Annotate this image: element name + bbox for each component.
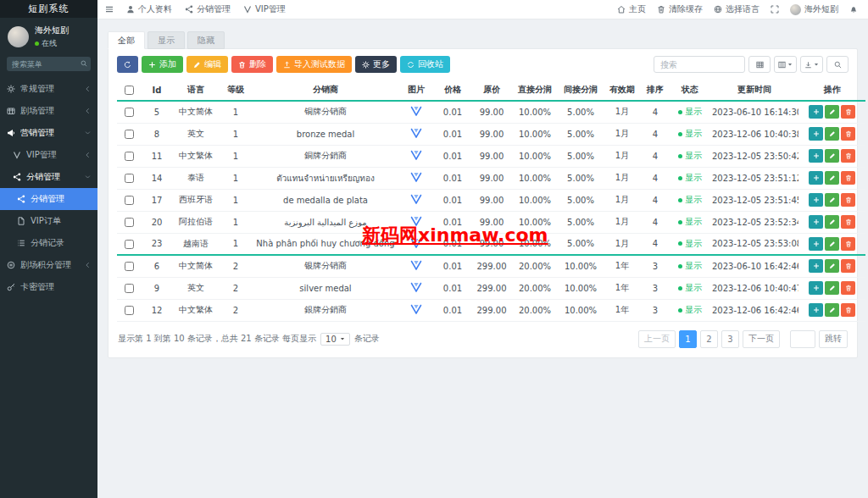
row-edit-button[interactable] (825, 171, 839, 185)
row-checkbox[interactable] (125, 130, 134, 139)
col-validity[interactable]: 有效期 (604, 80, 641, 101)
row-edit-button[interactable] (825, 105, 839, 119)
row-expand-button[interactable] (809, 303, 823, 317)
search-toggle-button[interactable] (826, 56, 849, 73)
row-delete-button[interactable] (841, 237, 855, 251)
vip-badge-image[interactable] (410, 304, 422, 314)
topbar-tab-distribution[interactable]: 分销管理 (185, 3, 231, 15)
row-edit-button[interactable] (825, 215, 839, 229)
topbar-user[interactable]: 海外短剧 (790, 3, 838, 15)
recycle-bin-button[interactable]: 回收站 (400, 56, 450, 73)
row-checkbox[interactable] (125, 262, 134, 271)
row-delete-button[interactable] (841, 281, 855, 295)
tab-all[interactable]: 全部 (108, 31, 145, 49)
row-checkbox[interactable] (125, 240, 134, 249)
row-delete-button[interactable] (841, 259, 855, 273)
sidebar-item-2[interactable]: 营销管理 (0, 122, 97, 144)
jump-button[interactable]: 跳转 (819, 330, 848, 348)
vip-badge-image[interactable] (410, 128, 422, 138)
tab-hidden[interactable]: 隐藏 (187, 31, 225, 49)
row-checkbox[interactable] (125, 306, 134, 315)
select-all-checkbox[interactable] (125, 86, 134, 95)
row-expand-button[interactable] (809, 105, 823, 119)
row-delete-button[interactable] (841, 215, 855, 229)
row-checkbox[interactable] (125, 152, 134, 161)
row-delete-button[interactable] (841, 193, 855, 207)
row-expand-button[interactable] (809, 149, 823, 163)
page-size-select[interactable]: 10 (320, 333, 350, 346)
sidebar-item-3[interactable]: VIP管理 (0, 144, 97, 166)
row-edit-button[interactable] (825, 149, 839, 163)
sidebar-item-1[interactable]: 剧场管理 (0, 100, 97, 122)
row-checkbox[interactable] (125, 196, 134, 205)
col-distributor[interactable]: 分销商 (253, 80, 398, 101)
col-indirect-profit[interactable]: 间接分润 (558, 80, 604, 101)
topbar-tab-profile[interactable]: 个人资料 (126, 3, 172, 15)
row-expand-button[interactable] (809, 171, 823, 185)
col-id[interactable]: Id (141, 80, 173, 101)
bell-icon[interactable] (849, 5, 858, 14)
prev-page-button[interactable]: 上一页 (638, 330, 676, 348)
page-3-button[interactable]: 3 (721, 330, 739, 348)
next-page-button[interactable]: 下一页 (743, 330, 780, 348)
delete-button[interactable]: 删除 (231, 56, 273, 73)
tab-visible[interactable]: 显示 (147, 31, 185, 49)
col-price[interactable]: 价格 (434, 80, 471, 101)
toggle-view-button[interactable] (748, 56, 771, 73)
fullscreen-icon[interactable] (771, 5, 779, 14)
col-direct-profit[interactable]: 直接分润 (512, 80, 558, 101)
col-level[interactable]: 等级 (219, 80, 253, 101)
row-delete-button[interactable] (841, 127, 855, 141)
sidebar-item-8[interactable]: 剧场积分管理 (0, 254, 97, 276)
row-expand-button[interactable] (809, 237, 823, 251)
topbar-tab-vip[interactable]: VIP管理 (243, 3, 286, 15)
sidebar-item-9[interactable]: 卡密管理 (0, 276, 97, 298)
add-button[interactable]: 添加 (142, 56, 183, 73)
row-checkbox[interactable] (125, 218, 134, 227)
page-1-button[interactable]: 1 (679, 330, 697, 348)
sidebar-item-7[interactable]: 分销记录 (0, 232, 97, 254)
vip-badge-image[interactable] (410, 282, 422, 292)
vip-badge-image[interactable] (410, 150, 422, 160)
more-button[interactable]: 更多 (355, 56, 397, 73)
refresh-button[interactable] (117, 56, 138, 73)
row-edit-button[interactable] (825, 303, 839, 317)
col-sort[interactable]: 排序 (641, 80, 670, 101)
row-edit-button[interactable] (825, 127, 839, 141)
select-language-link[interactable]: 选择语言 (714, 3, 760, 15)
row-delete-button[interactable] (841, 149, 855, 163)
col-language[interactable]: 语言 (173, 80, 219, 101)
row-expand-button[interactable] (809, 215, 823, 229)
table-search-input[interactable] (654, 56, 745, 73)
sidebar-item-0[interactable]: 常规管理 (0, 78, 97, 100)
row-edit-button[interactable] (825, 237, 839, 251)
row-expand-button[interactable] (809, 127, 823, 141)
export-button[interactable] (800, 56, 823, 73)
vip-badge-image[interactable] (410, 260, 422, 270)
import-test-data-button[interactable]: 导入测试数据 (276, 56, 352, 73)
row-delete-button[interactable] (841, 303, 855, 317)
vip-badge-image[interactable] (410, 106, 422, 116)
page-2-button[interactable]: 2 (700, 330, 718, 348)
row-expand-button[interactable] (809, 259, 823, 273)
clear-cache-link[interactable]: 清除缓存 (657, 3, 703, 15)
row-checkbox[interactable] (125, 284, 134, 293)
row-delete-button[interactable] (841, 105, 855, 119)
sidebar-item-5[interactable]: 分销管理 (0, 188, 97, 210)
col-status[interactable]: 状态 (670, 80, 710, 101)
row-expand-button[interactable] (809, 193, 823, 207)
sidebar-search-input[interactable] (7, 57, 91, 71)
row-edit-button[interactable] (825, 259, 839, 273)
sidebar-item-6[interactable]: VIP订单 (0, 210, 97, 232)
row-checkbox[interactable] (125, 174, 134, 183)
sidebar-item-4[interactable]: 分销管理 (0, 166, 97, 188)
edit-button[interactable]: 编辑 (186, 56, 228, 73)
vip-badge-image[interactable] (410, 172, 422, 182)
row-expand-button[interactable] (809, 281, 823, 295)
row-checkbox[interactable] (125, 108, 134, 117)
jump-page-input[interactable] (790, 330, 815, 348)
columns-button[interactable] (774, 56, 797, 73)
col-updated[interactable]: 更新时间 (710, 80, 798, 101)
home-link[interactable]: 主页 (617, 3, 646, 15)
menu-toggle-icon[interactable] (105, 5, 114, 14)
